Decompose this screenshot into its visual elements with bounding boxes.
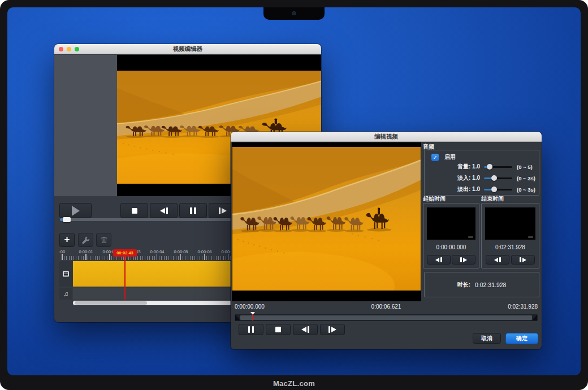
end-time-box: 0:02:31.928 — [481, 203, 539, 268]
enable-audio-label: 启用 — [444, 153, 456, 161]
start-step-back-button[interactable] — [427, 255, 451, 265]
start-time-label: 起始时间 — [423, 195, 446, 203]
titlebar-edit-video[interactable]: 编辑视频 — [231, 132, 542, 142]
pause-icon — [248, 326, 254, 333]
dialog-title: 编辑视频 — [374, 133, 398, 141]
thumbnail-watermark — [528, 236, 533, 238]
cancel-button[interactable]: 取消 — [473, 333, 501, 344]
camera-notch — [263, 7, 325, 20]
desktop-wallpaper: 视频编辑器 + :00 — [7, 7, 581, 375]
volume-row: 音量: 1.0 (0 ~ 5) — [425, 163, 539, 171]
thumbnail-watermark — [468, 236, 473, 238]
tools-button[interactable] — [78, 233, 93, 247]
trim-range — [240, 315, 532, 320]
dialog-pause-button[interactable] — [239, 324, 263, 335]
dialog-video-preview — [232, 142, 421, 301]
music-note-icon: ♫ — [63, 290, 68, 298]
scrollbar-thumb[interactable] — [75, 301, 147, 305]
play-button[interactable] — [59, 203, 92, 218]
play-icon — [72, 206, 80, 216]
trim-handle-right[interactable] — [532, 315, 537, 320]
fade-out-range: (0 ~ 3s) — [517, 187, 535, 193]
titlebar-video-editor[interactable]: 视频编辑器 — [54, 44, 321, 54]
start-frame-thumbnail — [427, 207, 475, 240]
volume-slider-knob[interactable] — [487, 164, 492, 170]
scrubber-timestamps: 0:00:00.000 0:00:06.621 0:02:31.928 — [235, 303, 538, 310]
end-step-forward-button[interactable] — [511, 255, 535, 265]
fade-in-slider-knob[interactable] — [491, 175, 497, 181]
fade-out-slider[interactable] — [484, 185, 512, 193]
step-back-icon — [160, 208, 165, 214]
add-media-button[interactable]: + — [59, 233, 75, 247]
video-track-icon — [59, 261, 72, 287]
trash-icon — [101, 236, 107, 244]
duration-box: 时长: 0:02:31.928 — [424, 272, 539, 297]
fade-out-slider-knob[interactable] — [491, 187, 497, 192]
window-title: 视频编辑器 — [173, 45, 203, 53]
stop-icon — [275, 327, 281, 332]
dialog-edit-video: 编辑视频 音频 ✓ 启用 音量: 1.0 (0 ~ — [231, 132, 542, 349]
close-button[interactable] — [59, 47, 63, 51]
volume-range: (0 ~ 5) — [517, 164, 533, 170]
fade-in-range: (0 ~ 3s) — [517, 175, 535, 181]
step-forward-icon — [331, 327, 336, 332]
minimize-button[interactable] — [67, 47, 71, 51]
ok-button[interactable]: 确定 — [505, 333, 538, 344]
camera-dot — [292, 11, 296, 15]
pause-icon — [190, 207, 196, 214]
plus-icon: + — [64, 235, 70, 244]
brand-label: MacZL.com — [0, 379, 588, 388]
volume-label: 音量: 1.0 — [425, 163, 480, 171]
delete-button[interactable] — [96, 233, 111, 247]
enable-audio-row[interactable]: ✓ 启用 — [431, 153, 456, 161]
volume-slider[interactable] — [484, 163, 512, 171]
fade-in-label: 淡入: 1.0 — [425, 174, 480, 182]
scrubber-end-time: 0:02:31.928 — [508, 304, 538, 310]
start-step-forward-button[interactable] — [452, 255, 475, 265]
end-time-label: 结束时间 — [481, 195, 504, 203]
fade-out-row: 淡出: 1.0 (0 ~ 3s) — [425, 185, 539, 193]
playhead-marker[interactable]: 00:02.43 — [113, 249, 137, 257]
pause-button[interactable] — [179, 203, 207, 218]
enable-audio-checkbox[interactable]: ✓ — [431, 154, 439, 161]
stop-button[interactable] — [120, 203, 148, 218]
film-icon — [62, 270, 70, 278]
traffic-lights — [59, 47, 79, 51]
scrubber-current-time: 0:00:06.621 — [265, 304, 508, 310]
end-frame-thumbnail — [485, 207, 535, 240]
step-back-icon — [301, 327, 306, 332]
dialog-step-back-button[interactable] — [293, 324, 318, 335]
duration-label: 时长: — [457, 281, 470, 289]
stop-icon — [132, 208, 137, 214]
scrubber-start-time: 0:00:00.000 — [235, 304, 265, 310]
fade-out-label: 淡出: 1.0 — [425, 185, 480, 193]
fade-in-row: 淡入: 1.0 (0 ~ 3s) — [425, 174, 539, 182]
step-forward-icon — [222, 208, 227, 214]
start-time-box: 0:00:00.000 — [423, 203, 479, 268]
dialog-step-forward-button[interactable] — [320, 324, 345, 335]
fullscreen-button[interactable] — [75, 47, 79, 51]
start-time-value: 0:00:00.000 — [423, 244, 479, 250]
dialog-stop-button[interactable] — [266, 324, 291, 335]
fade-in-slider[interactable] — [484, 174, 512, 182]
trim-scrubber[interactable] — [235, 314, 538, 321]
check-icon: ✓ — [433, 154, 438, 161]
trim-handle-left[interactable] — [235, 315, 240, 320]
desert-camels-frame — [232, 147, 421, 291]
music-track-icon: ♫ — [59, 288, 72, 300]
audio-groupbox: ✓ 启用 音量: 1.0 (0 ~ 5) 淡入: 1.0 — [424, 150, 539, 196]
end-step-back-button[interactable] — [486, 255, 509, 265]
wrench-icon — [82, 236, 90, 244]
step-back-button[interactable] — [150, 203, 178, 218]
end-time-value: 0:02:31.928 — [482, 244, 539, 250]
scrubber-playhead[interactable] — [250, 312, 256, 321]
playhead-line — [124, 257, 126, 300]
macbook-frame: 视频编辑器 + :00 — [0, 0, 588, 390]
duration-value: 0:02:31.928 — [475, 281, 506, 288]
seek-thumb[interactable] — [63, 217, 71, 222]
